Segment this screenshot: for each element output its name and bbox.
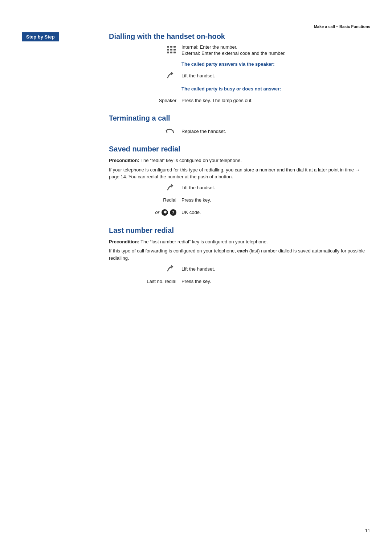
last-redial-press-text: Press the key.: [181, 279, 370, 284]
redial-press-text: Press the key.: [181, 197, 370, 203]
speaker-action-text: Press the key. The lamp goes out.: [181, 98, 370, 103]
replace-handset-text: Replace the handset.: [181, 129, 370, 134]
called-party-busy-label: The called party is busy or does not ans…: [181, 86, 370, 92]
svg-rect-4: [170, 49, 172, 50]
internal-label: Internal: Enter the number.: [181, 44, 370, 50]
header-title: Make a call – Basic Functions: [314, 24, 370, 29]
main-content: Dialling with the handset on-hook: [105, 32, 370, 295]
terminating-title: Terminating a call: [109, 114, 370, 122]
saved-redial-body: If your telephone is configured for this…: [109, 166, 370, 181]
redial-key-label: Redial: [163, 197, 176, 203]
redial-key-row: Redial Press the key.: [109, 195, 370, 205]
last-redial-button: Last no. redial: [147, 279, 176, 284]
svg-rect-1: [170, 46, 172, 48]
last-redial-body: If this type of call forwarding is confi…: [109, 247, 370, 262]
section-last-redial: Last number redial Precondition: The “la…: [109, 226, 370, 287]
lift-handset-icon-2: [166, 184, 176, 191]
keypad-icon: [166, 45, 176, 55]
keypad-icon-row: Internal: Enter the number. External: En…: [109, 44, 370, 56]
dialling-title: Dialling with the handset on-hook: [109, 32, 370, 41]
external-label: External: Enter the external code and th…: [181, 50, 370, 56]
svg-rect-7: [170, 52, 172, 53]
last-redial-precondition: Precondition: The “last number redial” k…: [109, 238, 370, 246]
svg-rect-3: [167, 49, 169, 50]
last-lift-handset-text: Lift the handset.: [181, 266, 370, 272]
lift-handset-row-1: Lift the handset.: [109, 70, 370, 81]
speaker-key-row: Speaker Press the key. The lamp goes out…: [109, 95, 370, 105]
uk-code-text: UK code.: [181, 210, 370, 215]
svg-rect-8: [173, 52, 176, 53]
keypad-icon-cell: [109, 45, 181, 55]
saved-lift-handset-text: Lift the handset.: [181, 185, 370, 190]
lift-handset-icon-1: [166, 72, 176, 79]
lift-handset-icon-3: [166, 265, 176, 272]
page-number: 11: [365, 528, 370, 533]
page: Make a call – Basic Functions Step by St…: [0, 0, 392, 555]
saved-lift-handset-row: Lift the handset.: [109, 183, 370, 193]
svg-rect-6: [167, 52, 169, 53]
speaker-key-label: Speaker: [159, 98, 176, 103]
sidebar: Step by Step: [22, 32, 105, 295]
content-area: Step by Step Dialling with the handset o…: [22, 32, 370, 295]
svg-rect-2: [173, 46, 176, 48]
svg-rect-0: [167, 46, 169, 48]
or-label: or: [155, 210, 159, 215]
last-redial-key-label: Last no. redial: [147, 279, 176, 284]
saved-redial-precondition: Precondition: The “redial” key is config…: [109, 157, 370, 164]
called-party-answers-label: The called party answers via the speaker…: [181, 61, 370, 67]
star-icon: ✱: [162, 209, 168, 216]
step-by-step-label: Step by Step: [22, 32, 59, 41]
called-party-answers-header: The called party answers via the speaker…: [109, 58, 370, 68]
dialling-internal-text: Internal: Enter the number. External: En…: [181, 44, 370, 56]
section-saved-redial: Saved number redial Precondition: The “r…: [109, 145, 370, 218]
last-lift-handset-row: Lift the handset.: [109, 264, 370, 274]
saved-redial-title: Saved number redial: [109, 145, 370, 153]
header-line: Make a call – Basic Functions: [0, 22, 392, 32]
last-redial-title: Last number redial: [109, 226, 370, 235]
replace-handset-row: Replace the handset.: [109, 126, 370, 136]
section-terminating: Terminating a call Replace the handset.: [109, 114, 370, 136]
lift-handset-text-1: Lift the handset.: [181, 73, 370, 78]
called-party-busy-header: The called party is busy or does not ans…: [109, 83, 370, 93]
last-redial-key-row: Last no. redial Press the key.: [109, 276, 370, 286]
svg-rect-5: [173, 49, 176, 50]
replace-handset-icon: [166, 127, 176, 135]
num7-icon: 7: [170, 209, 176, 216]
speaker-button: Speaker: [159, 98, 176, 103]
or-uk-code-row: or ✱ 7 UK code.: [109, 207, 370, 218]
redial-button: Redial: [163, 197, 176, 203]
section-dialling: Dialling with the handset on-hook: [109, 32, 370, 105]
